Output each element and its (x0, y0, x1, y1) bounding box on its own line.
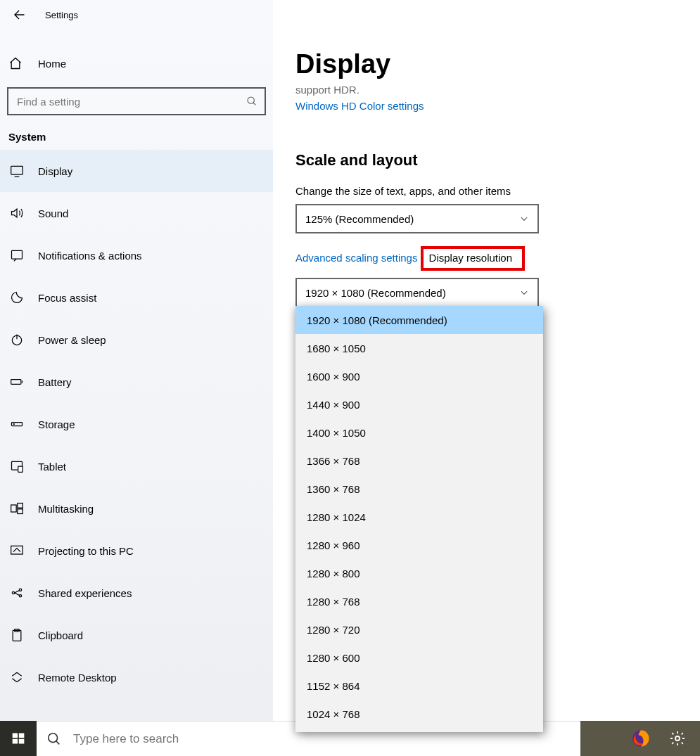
resolution-option[interactable]: 1366 × 768 (295, 447, 543, 475)
sidebar-item-label: Notifications & actions (38, 250, 142, 262)
resolution-option[interactable]: 1280 × 1024 (295, 503, 543, 531)
titlebar: Settings (0, 0, 273, 30)
home-icon (8, 56, 25, 70)
link-hd-color-settings[interactable]: Windows HD Color settings (295, 100, 424, 112)
sidebar-item-battery[interactable]: Battery (0, 361, 273, 403)
resolution-option[interactable]: 1024 × 768 (295, 700, 543, 728)
svg-rect-10 (18, 504, 23, 508)
sidebar-item-tablet[interactable]: Tablet (0, 445, 273, 487)
multitasking-icon (8, 501, 25, 515)
scale-layout-heading: Scale and layout (295, 151, 700, 169)
sound-icon (8, 206, 25, 220)
sidebar-item-sound[interactable]: Sound (0, 192, 273, 234)
resolution-option[interactable]: 1680 × 1050 (295, 334, 543, 362)
resolution-label: Display resolution (429, 252, 512, 264)
sidebar-item-label: Clipboard (38, 629, 83, 641)
resolution-option[interactable]: 1280 × 800 (295, 559, 543, 587)
windows-icon (11, 731, 25, 745)
svg-rect-8 (18, 466, 23, 472)
back-button[interactable] (6, 2, 32, 27)
svg-point-15 (19, 595, 21, 597)
scale-label: Change the size of text, apps, and other… (295, 185, 700, 197)
sidebar-section-header: System (0, 115, 273, 150)
firefox-icon (631, 729, 651, 748)
chevron-down-icon (519, 214, 529, 224)
display-icon (8, 164, 25, 178)
svg-rect-12 (11, 546, 23, 554)
svg-point-6 (13, 424, 14, 425)
tray-settings[interactable] (662, 723, 693, 754)
settings-main: Display support HDR. Windows HD Color se… (273, 0, 700, 756)
taskbar-search-input[interactable] (72, 731, 571, 747)
svg-point-0 (248, 97, 254, 103)
sidebar-home[interactable]: Home (0, 44, 273, 83)
settings-search-input[interactable] (15, 95, 246, 108)
resolution-option[interactable]: 1400 × 1050 (295, 418, 543, 447)
link-advanced-scaling[interactable]: Advanced scaling settings (295, 252, 417, 264)
hdr-support-fragment: support HDR. (295, 84, 700, 96)
sidebar-item-label: Display (38, 165, 72, 177)
sidebar-item-power-sleep[interactable]: Power & sleep (0, 319, 273, 361)
remote-desktop-icon (8, 670, 25, 684)
resolution-option[interactable]: 1280 × 960 (295, 531, 543, 559)
resolution-option[interactable]: 1600 × 900 (295, 362, 543, 390)
sidebar-item-label: Sound (38, 207, 68, 219)
svg-rect-20 (13, 739, 18, 744)
sidebar-item-clipboard[interactable]: Clipboard (0, 614, 273, 656)
sidebar-item-storage[interactable]: Storage (0, 403, 273, 445)
resolution-combobox-value: 1920 × 1080 (Recommended) (305, 287, 446, 299)
settings-sidebar: Settings Home System Display Sound (0, 0, 273, 756)
sidebar-item-shared-experiences[interactable]: Shared experiences (0, 572, 273, 614)
svg-point-22 (49, 733, 58, 742)
resolution-option[interactable]: 1152 × 864 (295, 672, 543, 700)
sidebar-nav-list: Display Sound Notifications & actions Fo… (0, 150, 273, 756)
svg-rect-1 (11, 166, 23, 174)
sidebar-item-label: Power & sleep (38, 334, 106, 346)
svg-rect-11 (18, 509, 23, 514)
sidebar-item-label: Battery (38, 376, 72, 388)
sidebar-item-focus-assist[interactable]: Focus assist (0, 276, 273, 319)
svg-rect-2 (12, 250, 23, 259)
svg-point-13 (12, 591, 14, 594)
scale-combobox[interactable]: 125% (Recommended) (295, 204, 539, 233)
svg-rect-21 (19, 739, 25, 744)
resolution-option[interactable]: 1280 × 768 (295, 587, 543, 615)
arrow-left-icon (13, 8, 25, 21)
sidebar-item-multitasking[interactable]: Multitasking (0, 487, 273, 530)
sidebar-item-remote-desktop[interactable]: Remote Desktop (0, 656, 273, 698)
resolution-option[interactable]: 1360 × 768 (295, 475, 543, 503)
tablet-icon (8, 459, 25, 473)
highlight-display-resolution: Display resolution (421, 246, 525, 271)
search-icon (246, 96, 257, 107)
tray-firefox[interactable] (625, 723, 656, 754)
sidebar-item-label: Shared experiences (38, 587, 132, 599)
resolution-combobox[interactable]: 1920 × 1080 (Recommended) (295, 278, 539, 307)
shared-experiences-icon (8, 586, 25, 600)
sidebar-item-label: Focus assist (38, 292, 96, 304)
resolution-dropdown: 1920 × 1080 (Recommended) 1680 × 1050 16… (295, 306, 543, 732)
search-icon (46, 731, 62, 747)
svg-rect-19 (19, 733, 25, 738)
resolution-option[interactable]: 1920 × 1080 (Recommended) (295, 306, 543, 334)
sidebar-home-label: Home (38, 58, 66, 70)
svg-point-14 (19, 589, 21, 591)
sidebar-item-label: Projecting to this PC (38, 545, 134, 557)
svg-rect-4 (11, 380, 21, 385)
resolution-option[interactable]: 1280 × 720 (295, 615, 543, 643)
settings-search[interactable] (7, 87, 266, 115)
svg-point-24 (675, 736, 680, 741)
chevron-down-icon (519, 288, 529, 297)
projecting-icon (8, 544, 25, 558)
sidebar-item-projecting[interactable]: Projecting to this PC (0, 530, 273, 572)
sidebar-item-display[interactable]: Display (0, 150, 273, 192)
clipboard-icon (8, 628, 25, 642)
svg-rect-9 (11, 505, 17, 512)
taskbar-tray (580, 721, 700, 756)
start-button[interactable] (0, 721, 37, 756)
focus-assist-icon (8, 290, 25, 305)
resolution-option[interactable]: 1440 × 900 (295, 390, 543, 418)
sidebar-item-notifications[interactable]: Notifications & actions (0, 234, 273, 276)
resolution-option[interactable]: 1280 × 600 (295, 643, 543, 672)
scale-combobox-value: 125% (Recommended) (305, 213, 414, 225)
sidebar-item-label: Storage (38, 418, 75, 430)
